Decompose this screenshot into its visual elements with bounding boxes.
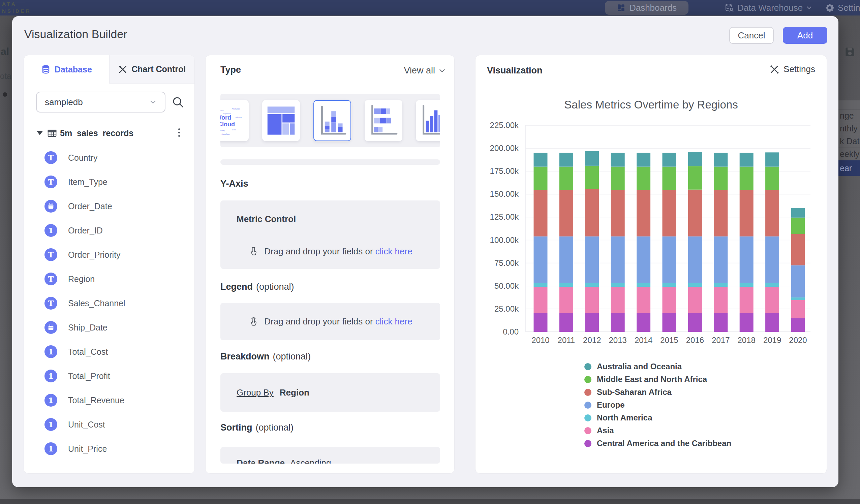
stacked-column-icon [317,104,348,138]
nav-item-data-warehouse[interactable]: Data Warehouse [725,0,812,15]
bar-segment [559,287,573,313]
group-by-value[interactable]: Region [280,387,309,398]
legend-item[interactable]: North America [584,411,731,424]
database-select[interactable]: sampledb [36,92,166,113]
sorting-box[interactable]: Data Range Ascending [220,447,440,464]
bar-segment [688,236,702,283]
bar-segment [791,218,805,234]
dropzone-text: Drag and drop your fields or click here [264,316,412,327]
bar-segment [636,153,650,167]
chart-legend: Australia and OceaniaMiddle East and Nor… [584,360,731,450]
chart-config-panel: Type View all inessAnalyticskeywordWordm… [205,55,455,474]
svg-text:visualizer: visualizer [221,133,230,135]
tab-database[interactable]: Database [24,55,109,84]
field-item-order_priority[interactable]: TOrder_Priority [24,243,195,267]
legend-item[interactable]: Sub-Saharan Africa [584,386,731,399]
sort-field-label[interactable]: Data Range [236,458,285,464]
expander-triangle-icon[interactable] [37,131,43,135]
group-by-label[interactable]: Group By [236,387,274,398]
field-name: Unit_Price [68,444,107,454]
bar-segment [585,287,599,313]
table-tree-row[interactable]: 5m_sales_records [24,124,195,142]
chart-type-column[interactable] [416,100,440,141]
number-type-icon: 1 [44,418,57,431]
svg-text:225.00k: 225.00k [490,120,519,130]
field-item-country[interactable]: TCountry [24,146,195,170]
nav-item-dashboards[interactable]: Dashboards [605,1,688,15]
svg-text:mining: mining [235,116,242,118]
visualization-title: Visualization [487,66,543,76]
svg-text:iness: iness [220,109,224,112]
field-item-region[interactable]: TRegion [24,267,195,291]
legend-item[interactable]: Asia [584,424,731,437]
chart-type-word-cloud[interactable]: inessAnalyticskeywordWordminingCloud[dat… [220,100,249,141]
bar-segment [740,190,754,236]
tab-chart-control[interactable]: Chart Control [109,55,195,84]
background-dropdown-header [838,100,860,109]
field-item-total_profit[interactable]: 1Total_Profit [24,364,195,388]
background-menu-item: nthly [838,122,860,135]
chart-type-treemap[interactable] [262,100,300,141]
kebab-menu-icon[interactable] [176,126,182,139]
svg-text:2010: 2010 [531,335,549,345]
click-here-link[interactable]: click here [375,246,413,256]
field-item-unit_price[interactable]: 1Unit_Price [24,437,195,461]
svg-text:2014: 2014 [634,335,653,345]
bar-segment [714,313,728,332]
legend-label: North America [597,413,652,422]
legend-item[interactable]: Australia and Oceania [584,360,731,373]
background-menu-item: k Date [838,135,860,147]
bar-segment [534,167,548,190]
svg-text:2019: 2019 [763,335,781,345]
chart-settings-button[interactable]: Settings [769,64,815,74]
metric-dropzone[interactable]: Metric Control Drag and drop your fields… [220,200,440,269]
chart-type-stacked-column[interactable] [313,100,351,141]
tab-label: Database [55,65,92,74]
legend-item[interactable]: Europe [584,399,731,411]
click-here-link[interactable]: click here [375,316,413,327]
cancel-button[interactable]: Cancel [729,27,774,44]
nav-item-settings[interactable]: Settings [825,0,860,15]
bar-segment [714,153,728,167]
field-item-item_type[interactable]: TItem_Type [24,170,195,194]
svg-text:175.00k: 175.00k [490,167,519,175]
svg-text:150.00k: 150.00k [490,189,519,199]
bar-segment [688,287,702,313]
carousel-scrollbar[interactable] [220,159,440,165]
bar-segment [765,167,779,190]
search-icon[interactable] [172,96,184,109]
field-item-total_cost[interactable]: 1Total_Cost [24,340,195,364]
field-name: Ship_Date [68,323,108,332]
sort-direction-value[interactable]: Ascending [290,458,331,464]
nav-item-label: Data Warehouse [737,3,803,13]
left-panel-tabs: Database Chart Control [24,55,195,84]
field-item-order_date[interactable]: Order_Date [24,194,195,218]
date-type-icon [44,200,57,213]
bar-segment [765,236,779,283]
field-item-total_revenue[interactable]: 1Total_Revenue [24,388,195,412]
legend-dropzone[interactable]: Drag and drop your fields or click here [220,303,440,340]
nav-item-label: Settings [838,3,860,13]
view-all-button[interactable]: View all [404,66,446,76]
fields-list: TCountryTItem_TypeOrder_Date1Order_IDTOr… [24,146,195,461]
legend-item[interactable]: Central America and the Caribbean [584,437,731,450]
bar-segment [662,283,676,287]
legend-item[interactable]: Middle East and North Africa [584,373,731,386]
add-button[interactable]: Add [783,27,827,44]
chevron-down-icon [806,5,812,11]
field-item-order_id[interactable]: 1Order_ID [24,218,195,243]
bar-segment [636,236,650,283]
settings-label: Settings [784,64,815,74]
legend-dot-icon [584,376,591,383]
bar-segment [636,287,650,313]
field-item-sales_channel[interactable]: TSales_Channel [24,291,195,315]
svg-text:25.00k: 25.00k [494,304,519,313]
bar-segment [636,190,650,236]
bar-segment [611,167,625,190]
field-item-unit_cost[interactable]: 1Unit_Cost [24,412,195,437]
field-item-ship_date[interactable]: Ship_Date [24,315,195,340]
chart-type-stacked-bar[interactable] [364,100,402,141]
bar-segment [534,190,548,236]
breakdown-box[interactable]: Group By Region [220,373,440,412]
bar-segment [611,153,625,167]
